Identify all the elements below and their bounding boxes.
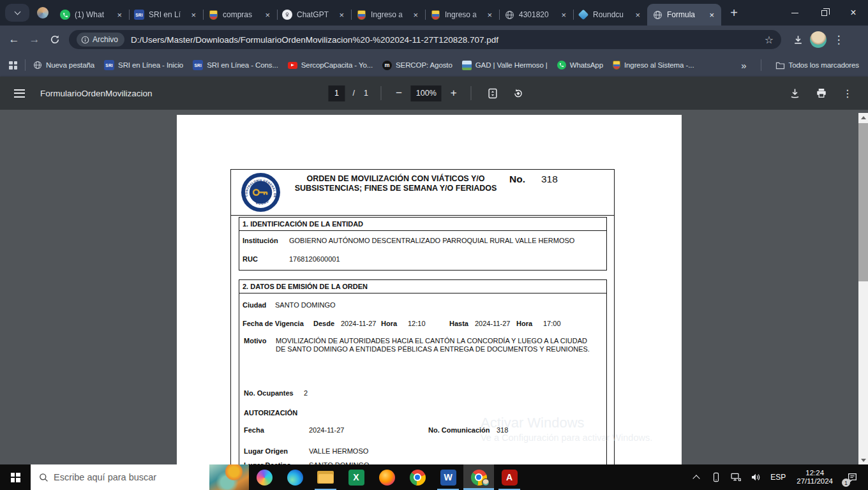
pdf-more-button[interactable]: ⋮ <box>839 87 857 100</box>
pdf-menu-icon[interactable] <box>14 89 25 98</box>
bookmarks-overflow-button[interactable]: » <box>741 60 746 71</box>
volume-button[interactable] <box>748 468 763 487</box>
tab-close-icon[interactable]: × <box>707 10 716 20</box>
taskbar-edge-button[interactable] <box>280 464 310 490</box>
fecha-value: 2024-11-27 <box>309 426 344 434</box>
url-field[interactable]: Archivo D:/Users/Master/Downloads/Formul… <box>69 30 781 49</box>
scroll-up-button[interactable] <box>858 113 868 122</box>
rotate-button[interactable] <box>509 84 528 103</box>
scroll-down-button[interactable] <box>858 456 868 464</box>
tab-title: compras <box>223 10 263 19</box>
back-button[interactable]: ← <box>4 29 24 50</box>
tab-ingreso-2[interactable]: Ingreso a × <box>425 4 499 26</box>
site-info-chip[interactable]: Archivo <box>77 33 124 47</box>
taskbar-explorer-button[interactable] <box>310 464 341 490</box>
downloads-button[interactable] <box>788 29 808 50</box>
gad-site-icon <box>462 61 472 70</box>
chrome-icon <box>410 470 426 486</box>
bookmark-sercop-agosto[interactable]: m SERCOP: Agosto <box>382 61 453 70</box>
browser-menu-button[interactable]: ⋮ <box>828 29 849 50</box>
globe-icon <box>652 10 662 20</box>
pinned-tab-favicon[interactable] <box>37 7 49 19</box>
clock[interactable]: 12:24 27/11/2024 <box>793 469 837 486</box>
action-center-button[interactable]: 1 <box>841 466 863 488</box>
minimize-button[interactable] <box>780 0 809 26</box>
sercop-icon: m <box>382 61 392 70</box>
tab-search-button[interactable] <box>5 4 29 22</box>
language-indicator[interactable]: ESP <box>768 473 788 482</box>
start-button[interactable] <box>0 464 31 490</box>
tab-close-icon[interactable]: × <box>411 10 420 20</box>
url-text[interactable]: D:/Users/Master/Downloads/FormularioOrde… <box>131 35 760 45</box>
ruc-label: RUC <box>243 255 258 263</box>
bookmark-whatsapp[interactable]: WhatsApp <box>557 61 603 70</box>
taskbar-chrome-active-button[interactable] <box>463 464 494 490</box>
institucion-label: Institución <box>243 237 278 244</box>
notification-badge: 1 <box>842 479 850 487</box>
scrollbar-thumb[interactable] <box>858 123 868 281</box>
tab-close-icon[interactable]: × <box>189 10 198 20</box>
taskbar-word-button[interactable]: W <box>433 464 463 490</box>
hidden-icons-button[interactable] <box>689 468 704 487</box>
tray-device-button[interactable] <box>708 468 724 487</box>
institucion-value: GOBIERNO AUTÓNOMO DESCENTRALIZADO PARROQ… <box>289 237 574 244</box>
bookmark-ingreso-sistema[interactable]: Ingreso al Sistema -... <box>613 61 694 70</box>
pdf-toolbar: FormularioOrdenMovilizacion / 1 − 100% + <box>0 77 868 110</box>
tab-formulario-active[interactable]: Formula × <box>647 4 721 26</box>
folder-icon <box>775 61 785 70</box>
bookmark-nueva-pestana[interactable]: Nueva pestaña <box>33 61 94 70</box>
vigencia-label: Fecha de Vigencia <box>243 320 304 327</box>
tab-4301820[interactable]: 4301820 × <box>499 4 573 26</box>
fit-page-button[interactable] <box>483 84 502 103</box>
divider <box>381 86 382 100</box>
tab-roundcube[interactable]: Roundcu × <box>573 4 647 26</box>
tab-chatgpt[interactable]: ChatGPT × <box>277 4 351 26</box>
tab-close-icon[interactable]: × <box>633 10 642 20</box>
profile-avatar[interactable] <box>808 29 828 50</box>
page-number-input[interactable] <box>328 85 345 101</box>
pdf-download-button[interactable] <box>785 84 804 103</box>
bookmark-gad-valle-hermoso[interactable]: GAD | Valle Hermoso | <box>462 61 548 70</box>
network-button[interactable] <box>728 468 744 487</box>
apps-grid-icon[interactable] <box>9 61 17 70</box>
taskbar-search[interactable] <box>31 464 249 490</box>
bookmark-star-icon[interactable]: ☆ <box>765 34 774 46</box>
search-input[interactable] <box>54 472 209 482</box>
tab-compras[interactable]: compras × <box>203 4 277 26</box>
speaker-icon <box>751 472 761 482</box>
windows-logo-icon <box>11 473 20 482</box>
reload-button[interactable] <box>45 29 65 50</box>
taskbar-excel-button[interactable]: X <box>341 464 371 490</box>
zoom-level: 100% <box>411 85 442 101</box>
new-tab-button[interactable]: + <box>725 4 743 22</box>
copilot-icon <box>257 470 273 486</box>
desde-label: Desde <box>313 320 334 327</box>
pdf-print-button[interactable] <box>812 84 831 103</box>
taskbar-firefox-button[interactable] <box>371 464 402 490</box>
tab-close-icon[interactable]: × <box>485 10 494 20</box>
scrollbar[interactable] <box>858 113 868 464</box>
restore-button[interactable] <box>809 0 839 26</box>
zoom-out-button[interactable]: − <box>393 87 405 100</box>
avatar <box>810 31 827 48</box>
ocupantes-value: 2 <box>304 389 308 397</box>
taskbar-chrome-button[interactable] <box>402 464 433 490</box>
taskbar-acrobat-button[interactable]: A <box>494 464 525 490</box>
all-bookmarks-button[interactable]: Todos los marcadores <box>775 61 860 70</box>
taskbar-copilot-button[interactable] <box>249 464 280 490</box>
tab-close-icon[interactable]: × <box>263 10 272 20</box>
zoom-in-button[interactable]: + <box>448 87 460 100</box>
bookmark-sercopcapacita[interactable]: SercopCapacita - Yo... <box>288 61 373 69</box>
bookmark-sri-inicio[interactable]: SRI SRI en Línea - Inicio <box>104 60 183 70</box>
tab-sri[interactable]: SRI SRI en Lí × <box>129 4 203 26</box>
sri-icon: SRI <box>134 10 144 20</box>
tab-ingreso-1[interactable]: Ingreso a × <box>351 4 425 26</box>
search-highlight-image[interactable] <box>209 464 249 490</box>
close-window-button[interactable]: × <box>839 0 868 26</box>
forward-button[interactable]: → <box>24 29 45 50</box>
tab-whatsapp[interactable]: (1) What × <box>55 4 129 26</box>
bookmark-sri-consultas[interactable]: SRI SRI en Línea - Cons... <box>193 60 278 70</box>
tab-close-icon[interactable]: × <box>559 10 568 20</box>
tab-close-icon[interactable]: × <box>115 10 124 20</box>
tab-close-icon[interactable]: × <box>337 10 346 20</box>
